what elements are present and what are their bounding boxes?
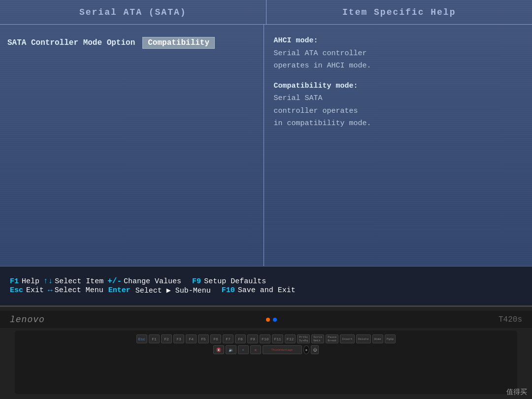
setup-defaults-desc: Setup Defaults: [204, 277, 266, 286]
lenovo-logo: lenovo: [10, 315, 45, 325]
header-right-title: Item Specific Help: [266, 0, 532, 24]
f9-key: F9: [192, 277, 201, 286]
key-trackpoint[interactable]: ●: [303, 345, 310, 354]
bios-screen: Serial ATA (SATA) Item Specific Help SAT…: [0, 0, 532, 305]
ahci-text: Serial ATA controlleroperates in AHCI mo…: [274, 47, 523, 72]
status-row-f1: F1 Help ↑↓ Select Item +/- Change Values…: [10, 277, 298, 286]
bios-header: Serial ATA (SATA) Item Specific Help: [0, 0, 532, 25]
key-f5[interactable]: F5: [198, 334, 209, 343]
key-f6[interactable]: F6: [210, 334, 221, 343]
status-row-esc: Esc Exit ↔ Select Menu Enter Select ▶ Su…: [10, 286, 298, 295]
key-pgup[interactable]: PgUp: [385, 334, 396, 343]
key-f10[interactable]: F10: [260, 334, 270, 343]
sata-option-value[interactable]: Compatibility: [142, 37, 215, 49]
compat-text: Serial SATAcontroller operatesin compati…: [274, 92, 523, 130]
key-home[interactable]: Home: [372, 334, 383, 343]
info-block-ahci: AHCI mode: Serial ATA controlleroperates…: [274, 34, 523, 72]
key-f8[interactable]: F8: [235, 334, 246, 343]
key-vol-down[interactable]: 🔉: [226, 345, 236, 354]
bios-statusbar: F1 Help ↑↓ Select Item +/- Change Values…: [0, 266, 532, 305]
enter-key: Enter: [108, 286, 131, 295]
key-f11[interactable]: F11: [272, 334, 283, 343]
f1-key: F1: [10, 277, 19, 286]
select-menu-desc: Select Menu: [55, 286, 103, 295]
info-block-compat: Compatibility mode: Serial SATAcontrolle…: [274, 80, 523, 130]
save-exit-desc: Save and Exit: [238, 286, 296, 295]
bios-main-left: SATA Controller Mode Option Compatibilit…: [0, 25, 264, 266]
arrows-lr-symbol: ↔: [48, 286, 53, 295]
bios-main-right: AHCI mode: Serial ATA controlleroperates…: [264, 25, 532, 266]
key-scrlk[interactable]: ScrLkNmLk: [311, 334, 324, 343]
compat-heading: Compatibility mode:: [274, 80, 523, 93]
f10-key: F10: [222, 286, 235, 295]
laptop-bottom: lenovo T420s Esc F1 F2 F3 F4 F5 F6: [0, 305, 532, 399]
esc-key: Esc: [10, 286, 23, 295]
watermark: 值得买: [506, 388, 527, 397]
logo-bar: lenovo T420s: [0, 311, 532, 328]
key-pause[interactable]: PauseBreak: [326, 334, 338, 343]
select-item-desc: Select Item: [55, 277, 103, 286]
key-special-x[interactable]: ✕: [250, 345, 261, 354]
bios-content: Serial ATA (SATA) Item Specific Help SAT…: [0, 0, 532, 305]
indicator-dots: [266, 318, 277, 322]
change-values-desc: Change Values: [124, 277, 181, 286]
ahci-heading: AHCI mode:: [274, 34, 523, 47]
sata-option-label: SATA Controller Mode Option: [7, 38, 135, 47]
bios-main: SATA Controller Mode Option Compatibilit…: [0, 25, 532, 266]
key-mute[interactable]: 🔇: [213, 345, 224, 354]
key-f12[interactable]: F12: [285, 334, 296, 343]
dot-orange: [266, 318, 270, 322]
key-f3[interactable]: F3: [173, 334, 184, 343]
sata-option-row: SATA Controller Mode Option Compatibilit…: [7, 37, 256, 49]
key-vol-up[interactable]: +: [238, 345, 249, 354]
header-left-title: Serial ATA (SATA): [0, 0, 266, 24]
esc-desc: Exit: [26, 286, 44, 295]
screen-area: Serial ATA (SATA) Item Specific Help SAT…: [0, 0, 532, 305]
key-thinkvantage-area[interactable]: ThinkVantage: [263, 345, 302, 354]
key-f4[interactable]: F4: [186, 334, 197, 343]
key-esc[interactable]: Esc: [136, 334, 147, 343]
key-f9[interactable]: F9: [247, 334, 258, 343]
key-f7[interactable]: F7: [223, 334, 233, 343]
keyboard-area: Esc F1 F2 F3 F4 F5 F6 F7 F8 F9 F10 F11 F…: [15, 331, 517, 394]
key-row-fn: Esc F1 F2 F3 F4 F5 F6 F7 F8 F9 F10 F11 F…: [19, 334, 513, 343]
keyboard-bezel: lenovo T420s Esc F1 F2 F3 F4 F5 F6: [0, 305, 532, 399]
plus-minus-symbol: +/-: [107, 277, 122, 286]
key-row-numbers: 🔇 🔉 + ✕ ThinkVantage ● ⏻: [19, 345, 513, 354]
arrows-up-symbol: ↑↓: [43, 277, 53, 286]
model-label: T420s: [499, 315, 522, 324]
dot-blue: [273, 318, 277, 322]
key-f1[interactable]: F1: [149, 334, 160, 343]
key-f2[interactable]: F2: [161, 334, 172, 343]
key-delete[interactable]: Delete: [356, 334, 371, 343]
status-col-1: F1 Help ↑↓ Select Item +/- Change Values…: [10, 277, 298, 295]
laptop-outer: Serial ATA (SATA) Item Specific Help SAT…: [0, 0, 532, 399]
key-prtsc[interactable]: PrtScSysRq: [297, 334, 310, 343]
watermark-icon: 值得买: [506, 388, 527, 396]
select-submenu-desc: Select ▶ Sub-Menu: [135, 286, 211, 295]
f1-desc: Help: [22, 277, 39, 286]
key-insert[interactable]: Insert: [340, 334, 355, 343]
key-power[interactable]: ⏻: [311, 345, 319, 354]
